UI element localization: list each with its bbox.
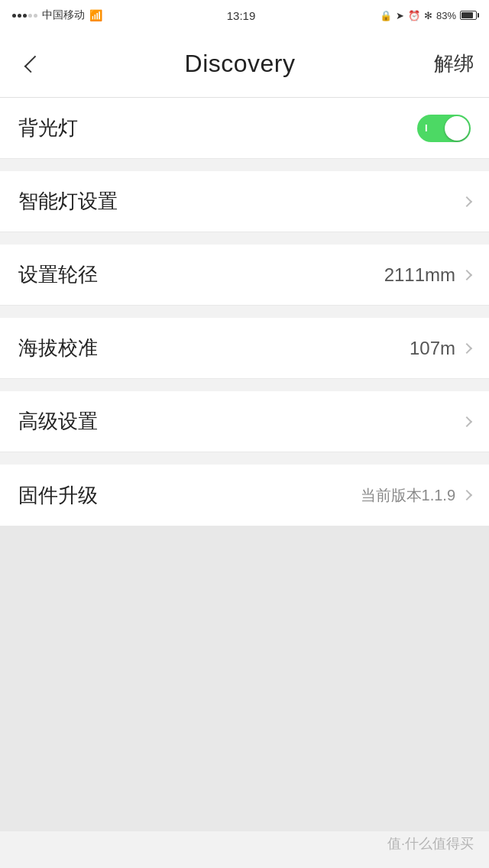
backlight-right: I: [417, 115, 471, 142]
chevron-right-icon: [461, 490, 472, 500]
settings-item-altitude[interactable]: 海拔校准 107m: [0, 318, 489, 379]
divider: [0, 452, 489, 465]
back-button[interactable]: [15, 49, 46, 79]
battery-box: [460, 11, 477, 20]
altitude-value: 107m: [410, 338, 455, 359]
wheel-size-right: 2111mm: [384, 264, 471, 286]
location-icon: ➤: [396, 10, 404, 21]
back-chevron-icon: [24, 55, 42, 73]
battery-percent: 83%: [436, 10, 456, 21]
altitude-right: 107m: [410, 338, 471, 359]
battery-fill: [461, 12, 473, 18]
firmware-right: 当前版本1.1.9: [361, 485, 471, 506]
chevron-right-icon: [461, 416, 472, 426]
toggle-on-label: I: [425, 122, 428, 134]
bluetooth-icon: ✻: [424, 10, 432, 21]
status-bar: 中国移动 📶 13:19 🔒 ➤ ⏰ ✻ 83%: [0, 0, 489, 31]
backlight-label: 背光灯: [18, 115, 78, 141]
status-time: 13:19: [227, 9, 256, 22]
unbind-button[interactable]: 解绑: [434, 50, 474, 77]
signal-dot: [34, 14, 37, 18]
settings-item-firmware[interactable]: 固件升级 当前版本1.1.9: [0, 465, 489, 526]
carrier-text: 中国移动: [42, 8, 85, 22]
watermark: 值·什么值得买: [387, 834, 474, 853]
backlight-toggle[interactable]: I: [417, 115, 471, 142]
settings-item-smart-light[interactable]: 智能灯设置: [0, 171, 489, 232]
chevron-right-icon: [461, 196, 472, 206]
chevron-right-icon: [461, 342, 472, 353]
toggle-knob: [445, 116, 469, 141]
smart-light-right: [463, 198, 471, 206]
firmware-version: 当前版本1.1.9: [361, 485, 455, 506]
firmware-label: 固件升级: [18, 482, 98, 509]
settings-item-wheel-size[interactable]: 设置轮径 2111mm: [0, 245, 489, 306]
advanced-right: [463, 418, 471, 426]
battery-indicator: [460, 11, 477, 20]
divider: [0, 379, 489, 391]
settings-item-backlight[interactable]: 背光灯 I: [0, 98, 489, 159]
status-bar-right: 🔒 ➤ ⏰ ✻ 83%: [380, 10, 477, 21]
settings-item-advanced[interactable]: 高级设置: [0, 391, 489, 452]
alarm-icon: ⏰: [408, 10, 420, 21]
signal-icon: [12, 14, 37, 18]
status-bar-left: 中国移动 📶: [12, 8, 102, 22]
lock-icon: 🔒: [380, 10, 392, 21]
chevron-right-icon: [461, 269, 472, 280]
page-title: Discovery: [185, 50, 296, 78]
signal-dot: [23, 14, 27, 18]
altitude-label: 海拔校准: [18, 335, 98, 361]
advanced-label: 高级设置: [18, 408, 98, 435]
smart-light-label: 智能灯设置: [18, 188, 118, 215]
settings-section: 背光灯 I 智能灯设置 设置轮径 2111mm: [0, 98, 489, 526]
nav-bar: Discovery 解绑: [0, 31, 489, 98]
signal-dot: [28, 14, 32, 18]
signal-dot: [12, 14, 16, 18]
divider: [0, 306, 489, 318]
settings-content: 背光灯 I 智能灯设置 设置轮径 2111mm: [0, 98, 489, 831]
divider: [0, 232, 489, 245]
bottom-area: [0, 526, 489, 831]
wheel-size-label: 设置轮径: [18, 261, 98, 288]
signal-dot: [18, 14, 21, 18]
divider: [0, 159, 489, 171]
wifi-icon: 📶: [89, 9, 102, 21]
wheel-size-value: 2111mm: [384, 264, 455, 286]
